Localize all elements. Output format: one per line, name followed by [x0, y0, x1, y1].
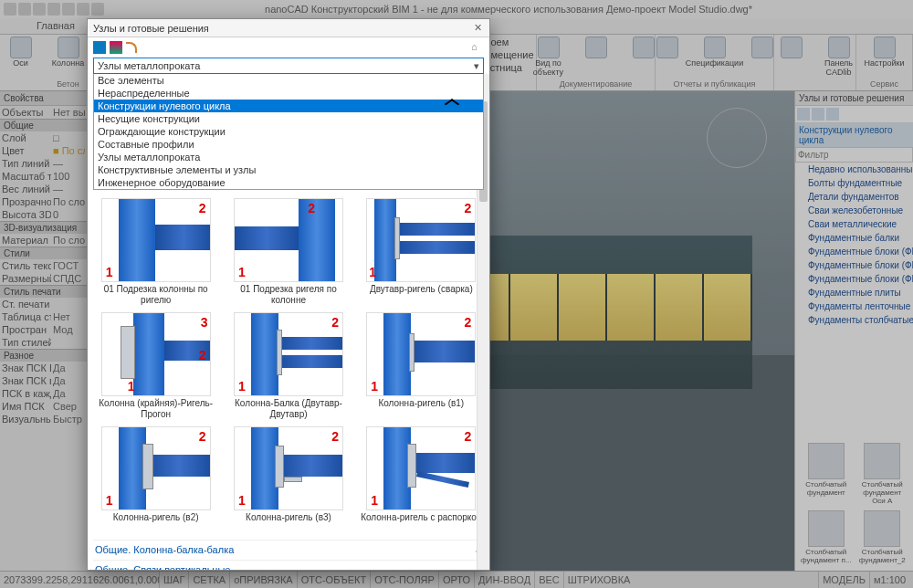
status-toggle[interactable]: ШТРИХОВКА — [563, 572, 635, 588]
node-item[interactable]: 12Колонна-ригель (в1) — [359, 312, 484, 419]
status-toggle[interactable]: ДИН-ВВОД — [474, 572, 534, 588]
dropdown-option[interactable]: Несущие конструкции — [94, 112, 483, 125]
pin-icon[interactable]: ⌂ — [471, 41, 484, 54]
nodes-dialog: Узлы и готовые решения ✕ ⌂ Узлы металлоп… — [87, 18, 490, 571]
dropdown-list[interactable]: Все элементыНераспределенныеКонструкции … — [93, 74, 484, 190]
tree-item[interactable]: Фундаментные блоки (ФБВ) — [795, 245, 913, 258]
node-item[interactable]: 1201 Подрезка ригеля по колонне — [226, 198, 351, 305]
dropdown-option[interactable]: Инженерное оборудование — [94, 176, 483, 189]
status-toggle[interactable]: ОРТО — [438, 572, 474, 588]
dropdown-option[interactable]: Узлы металлопроката — [94, 151, 483, 163]
view-compass[interactable] — [707, 108, 767, 168]
rp-toolbar[interactable] — [795, 106, 913, 123]
cmd-settings[interactable]: Настройки — [864, 37, 906, 68]
status-toggle[interactable]: оПРИВЯЗКА — [229, 572, 297, 588]
tree-item[interactable]: Фундаментные блоки (ФБП) — [795, 258, 913, 272]
tree-item[interactable]: Фундаментные блоки (ФБС) — [795, 272, 913, 286]
status-toggle[interactable]: СЕТКА — [188, 572, 229, 588]
dropdown-option[interactable]: Нераспределенные — [94, 87, 483, 100]
close-icon[interactable]: ✕ — [471, 22, 484, 34]
status-toggle[interactable]: ОТС-ОБЪЕКТ — [297, 572, 370, 588]
category-dropdown[interactable]: Узлы металлопроката — [93, 58, 484, 74]
thumb-item[interactable]: Столбчатый фундамент п... — [801, 510, 852, 565]
tree-item[interactable]: Фундаменты столбчатые — [795, 313, 913, 327]
node-item[interactable]: 12Двутавр-ригель (сварка) — [359, 198, 484, 305]
status-toggle[interactable]: ОТС-ПОЛЯР — [370, 572, 438, 588]
tree-item[interactable]: Сваи металлические — [795, 217, 913, 231]
coordinates: 2073399.2258,2911626.0061,0.0000 — [4, 574, 159, 585]
tree-item[interactable]: Недавно использованные — [795, 163, 913, 176]
dropdown-option[interactable]: Составные профили — [94, 138, 483, 151]
tree-item[interactable]: Фундаменты ленточные — [795, 299, 913, 313]
refresh-icon[interactable] — [126, 42, 137, 53]
sb-model[interactable]: МОДЕЛЬ — [818, 572, 869, 588]
sb-scale[interactable]: м1:100 — [869, 572, 909, 588]
cmd-spec[interactable]: Спецификации — [694, 37, 736, 68]
cmd-column[interactable]: Колонна — [47, 37, 89, 68]
quick-access-toolbar[interactable] — [4, 3, 104, 16]
properties-panel: Свойства ОбъектыНет вы Общие Слой□ Цвет■… — [0, 91, 88, 571]
tree-item[interactable]: Сваи железобетонные — [795, 204, 913, 217]
category-tree[interactable]: Недавно использованныеБолты фундаментные… — [795, 163, 913, 437]
titlebar: nanoCAD Конструкторский BIM 1 - не для к… — [0, 0, 913, 18]
accordion-item[interactable]: Общие. Колонна-балка-балка — [93, 540, 484, 560]
cmd-axes[interactable]: Оси — [0, 37, 42, 68]
node-item[interactable]: 12Колонна-ригель (в3) — [226, 426, 351, 532]
tree-item[interactable]: Болты фундаментные — [795, 176, 913, 190]
cmd-viewby[interactable]: Вид по объекту — [528, 37, 570, 78]
node-item[interactable]: 1201 Подрезка колонны по ригелю — [93, 198, 218, 305]
dialog-toolbar: ⌂ — [88, 37, 489, 58]
thumb-item[interactable]: Столбчатый фундамент_2 — [857, 510, 908, 565]
tree-item[interactable]: Детали фундаментов — [795, 190, 913, 204]
node-item[interactable]: 123Колонна (крайняя)-Ригель-Прогон — [93, 312, 218, 419]
status-bar: 2073399.2258,2911626.0061,0.0000 ШАГСЕТК… — [0, 571, 913, 588]
tree-item[interactable]: Фундаментные плиты — [795, 286, 913, 299]
tab-main[interactable]: Главная — [27, 18, 84, 34]
dropdown-option[interactable]: Конструкции нулевого цикла — [94, 100, 483, 112]
thumb-item[interactable]: Столбчатый фундамент Оси А — [857, 443, 908, 505]
thumb-item[interactable]: Столбчатый фундамент — [801, 443, 852, 505]
tree-item[interactable]: Фундаментные балки — [795, 231, 913, 245]
cmd-cadlib[interactable]: Панель CADlib — [818, 37, 860, 78]
status-toggle[interactable]: ШАГ — [159, 572, 188, 588]
filter-input[interactable] — [795, 147, 913, 163]
window-title: nanoCAD Конструкторский BIM 1 - не для к… — [108, 4, 909, 15]
dropdown-option[interactable]: Все элементы — [94, 74, 483, 87]
dropdown-option[interactable]: Конструктивные элементы и узлы — [94, 163, 483, 176]
right-panel: Узлы и готовые решения Конструкции нулев… — [794, 91, 913, 571]
view-icon[interactable] — [93, 41, 106, 54]
dropdown-option[interactable]: Ограждающие конструкции — [94, 125, 483, 138]
cursor-icon — [447, 100, 458, 114]
accordion-item[interactable]: Общие. Связи вертикальные — [93, 560, 484, 570]
node-item[interactable]: 12Колонна-ригель с распоркой — [359, 426, 484, 532]
node-item[interactable]: 12Колонна-ригель (в2) — [93, 426, 218, 532]
sort-icon[interactable] — [110, 41, 122, 54]
node-grid: 1201 Подрезка колонны по ригелю1201 Подр… — [93, 198, 484, 532]
thumbnails: Столбчатый фундаментСтолбчатый фундамент… — [795, 437, 913, 571]
dialog-title: Узлы и готовые решения — [93, 23, 471, 34]
status-toggle[interactable]: ВЕС — [534, 572, 563, 588]
node-item[interactable]: 12Колонна-Балка (Двутавр-Двутавр) — [226, 312, 351, 419]
